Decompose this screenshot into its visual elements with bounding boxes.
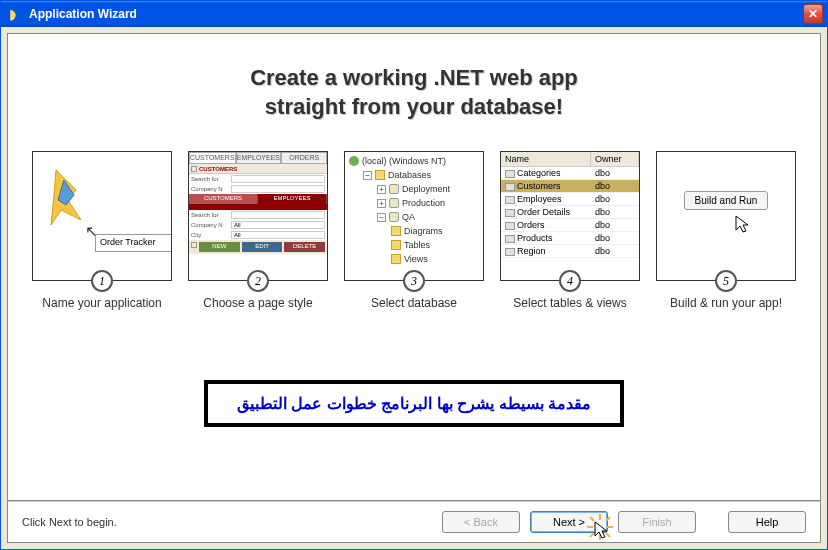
step3-label: Select database xyxy=(371,296,457,310)
table-row: Customersdbo xyxy=(501,180,639,193)
cell-owner: dbo xyxy=(591,180,639,192)
wizard-window: ◗ Application Wizard ✕ Create a working … xyxy=(0,0,828,550)
mini-input: All xyxy=(231,221,325,229)
back-button[interactable]: < Back xyxy=(442,511,520,533)
cell-name: Order Details xyxy=(501,206,591,218)
step-1: ↖ Order Tracker 1 Name your application xyxy=(28,151,176,310)
svg-line-7 xyxy=(590,533,594,537)
red-tabs: CUSTOMERS EMPLOYEES xyxy=(189,194,327,204)
mini-buttons: NEW EDIT DELETE xyxy=(189,240,327,254)
build-run-button: Build and Run xyxy=(684,191,769,210)
style-tab: CUSTOMERS xyxy=(189,152,236,164)
arabic-annotation: مقدمة بسيطه يشرح بها البرنامج خطوات عمل … xyxy=(204,380,624,427)
col-owner: Owner xyxy=(591,152,639,166)
svg-line-4 xyxy=(590,517,594,521)
step-4: Name Owner CategoriesdboCustomersdboEmpl… xyxy=(496,151,644,310)
cell-name: Orders xyxy=(501,219,591,231)
tree-child: Diagrams xyxy=(404,224,443,238)
mini-edit-btn: EDIT xyxy=(242,242,283,252)
checkbox-icon xyxy=(191,242,197,248)
table-row: Employeesdbo xyxy=(501,193,639,206)
help-button[interactable]: Help xyxy=(728,511,806,533)
step-badge-4: 4 xyxy=(559,270,581,292)
style-tab: ORDERS xyxy=(281,152,327,164)
cell-owner: dbo xyxy=(591,232,639,244)
content-area: Create a working .NET web app straight f… xyxy=(7,33,821,501)
cell-owner: dbo xyxy=(591,167,639,179)
footer-buttons: < Back Next > Finish Help xyxy=(442,511,806,533)
mini-delete-btn: DELETE xyxy=(284,242,325,252)
table-row: Order Detailsdbo xyxy=(501,206,639,219)
search-label: Search for xyxy=(191,212,229,218)
next-button[interactable]: Next > xyxy=(530,511,608,533)
folder-icon xyxy=(391,226,401,236)
company-label: Company N xyxy=(191,222,229,228)
cell-name: Products xyxy=(501,232,591,244)
step1-label: Name your application xyxy=(42,296,161,310)
mini-new-btn: NEW xyxy=(199,242,240,252)
tree-child: Views xyxy=(404,252,428,266)
headline: Create a working .NET web app straight f… xyxy=(23,64,805,121)
tree-node: Deployment xyxy=(402,182,450,196)
table-header: Name Owner xyxy=(501,152,639,167)
search-label: Search for xyxy=(191,176,229,182)
cell-name: Categories xyxy=(501,167,591,179)
steps-row: ↖ Order Tracker 1 Name your application … xyxy=(23,151,805,310)
database-icon xyxy=(389,198,399,208)
close-button[interactable]: ✕ xyxy=(803,4,823,24)
svg-line-6 xyxy=(606,517,610,521)
step-5: Build and Run 5 Build & run your app! xyxy=(652,151,800,310)
expand-icon: + xyxy=(377,199,386,208)
step-2: CUSTOMERS EMPLOYEES ORDERS CUSTOMERS Sea… xyxy=(184,151,332,310)
company-label: Company N xyxy=(191,186,229,192)
cell-owner: dbo xyxy=(591,193,639,205)
collapse-icon: − xyxy=(377,213,386,222)
step2-label: Choose a page style xyxy=(203,296,312,310)
collapse-icon: − xyxy=(363,171,372,180)
step2-illustration: CUSTOMERS EMPLOYEES ORDERS CUSTOMERS Sea… xyxy=(188,151,328,281)
table-icon xyxy=(505,235,515,243)
table-row: Categoriesdbo xyxy=(501,167,639,180)
step4-label: Select tables & views xyxy=(513,296,626,310)
folder-icon xyxy=(375,170,385,180)
mini-input: All xyxy=(231,231,325,239)
folder-icon xyxy=(391,254,401,264)
expand-icon: + xyxy=(377,185,386,194)
tree-node: QA xyxy=(402,210,415,224)
checkbox-icon xyxy=(191,166,197,172)
step-3: (local) (Windows NT) −Databases +Deploym… xyxy=(340,151,488,310)
step-badge-1: 1 xyxy=(91,270,113,292)
cursor-highlight-icon xyxy=(587,514,613,540)
table-icon xyxy=(505,222,515,230)
col-name: Name xyxy=(501,152,591,166)
server-icon xyxy=(349,156,359,166)
svg-line-5 xyxy=(606,533,610,537)
table-icon xyxy=(505,183,515,191)
cell-owner: dbo xyxy=(591,245,639,257)
database-icon xyxy=(389,184,399,194)
step-badge-3: 3 xyxy=(403,270,425,292)
finish-button[interactable]: Finish xyxy=(618,511,696,533)
tree-root: (local) (Windows NT) xyxy=(362,154,446,168)
folder-icon xyxy=(391,240,401,250)
cell-owner: dbo xyxy=(591,206,639,218)
step-badge-5: 5 xyxy=(715,270,737,292)
red-tab: CUSTOMERS xyxy=(189,194,258,204)
table-icon xyxy=(505,170,515,178)
step-badge-2: 2 xyxy=(247,270,269,292)
headline-line2: straight from your database! xyxy=(23,93,805,122)
headline-line1: Create a working .NET web app xyxy=(23,64,805,93)
table-icon xyxy=(505,248,515,256)
style-tab: EMPLOYEES xyxy=(236,152,282,164)
close-icon: ✕ xyxy=(808,7,818,21)
cell-name: Employees xyxy=(501,193,591,205)
footer-hint: Click Next to begin. xyxy=(22,516,442,528)
table-row: Ordersdbo xyxy=(501,219,639,232)
app-name-field: Order Tracker xyxy=(95,234,172,252)
city-label: City xyxy=(191,232,229,238)
table-icon xyxy=(505,196,515,204)
step5-illustration: Build and Run xyxy=(656,151,796,281)
window-title: Application Wizard xyxy=(29,7,803,21)
mini-input xyxy=(231,175,325,183)
tree-node: Production xyxy=(402,196,445,210)
